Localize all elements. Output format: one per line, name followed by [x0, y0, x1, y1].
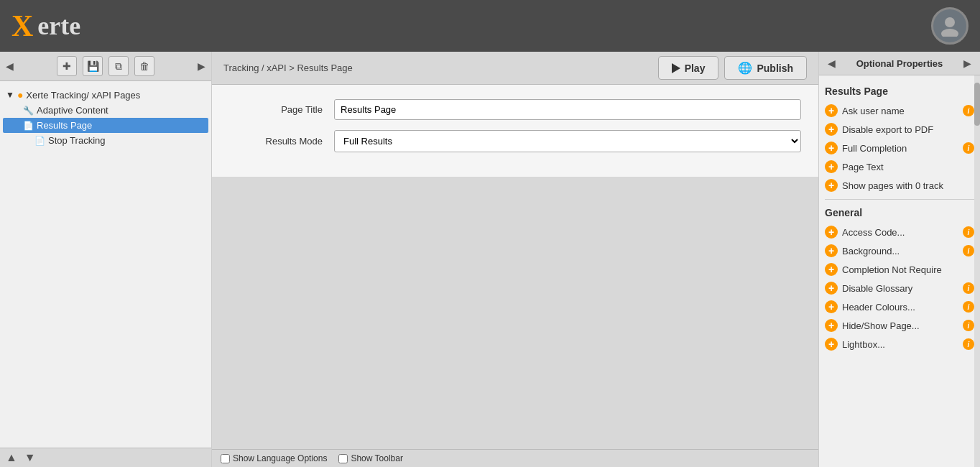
right-item-disable-export[interactable]: + Disable export to PDF [825, 123, 974, 136]
disable-glossary-info-icon[interactable]: i [963, 282, 974, 294]
center-form: Page Title Results Mode Full Results Sum… [212, 85, 818, 177]
page-title-input[interactable] [334, 99, 801, 120]
page-text-label: Page Text [842, 162, 974, 172]
tree-item-adaptive-content[interactable]: 🔧 Adaptive Content [3, 103, 208, 118]
show-toolbar-label[interactable]: Show Toolbar [338, 453, 403, 463]
tree-item-stop-tracking[interactable]: 📄 Stop Tracking [3, 133, 208, 148]
add-header-colours-icon[interactable]: + [825, 300, 838, 313]
right-item-ask-user-name[interactable]: + Ask user name i [825, 104, 974, 117]
background-info-icon[interactable]: i [963, 245, 974, 256]
left-bottom-bar: ▲ ▼ [0, 448, 211, 467]
center-content-area [212, 177, 818, 449]
scrollbar-track [974, 75, 980, 467]
right-item-full-completion[interactable]: + Full Completion i [825, 142, 974, 154]
logo-text: erte [37, 11, 80, 41]
user-avatar[interactable] [931, 7, 969, 45]
right-toolbar: ◀ Optional Properties ▶ [819, 52, 980, 75]
tree-root[interactable]: ▼ ● Xerte Tracking/ xAPI Pages [3, 87, 208, 103]
full-completion-label: Full Completion [842, 143, 958, 154]
publish-button[interactable]: 🌐 Publish [724, 56, 807, 80]
add-hide-show-page-icon[interactable]: + [825, 319, 838, 332]
right-panel: ◀ Optional Properties ▶ Results Page + A… [818, 52, 980, 467]
page-title-label: Page Title [229, 104, 323, 115]
right-section-results-page-title: Results Page [825, 85, 974, 97]
results-mode-row: Results Mode Full Results Summary Only P… [229, 130, 801, 152]
show-language-options-label[interactable]: Show Language Options [221, 453, 327, 463]
top-bar: X erte [0, 0, 980, 52]
add-ask-user-name-icon[interactable]: + [825, 104, 838, 117]
lightbox-label: Lightbox... [842, 339, 958, 350]
add-page-text-icon[interactable]: + [825, 160, 838, 173]
adaptive-content-icon: 🔧 [23, 106, 34, 116]
scrollbar-thumb[interactable] [974, 83, 980, 126]
add-full-completion-icon[interactable]: + [825, 142, 838, 154]
play-icon [672, 63, 680, 73]
add-completion-not-require-icon[interactable]: + [825, 263, 838, 276]
copy-button[interactable]: ⧉ [108, 56, 129, 76]
svg-point-0 [945, 17, 955, 27]
access-code-info-icon[interactable]: i [963, 226, 974, 238]
center-panel: Tracking / xAPI > Results Page Play 🌐 Pu… [212, 52, 818, 467]
add-background-icon[interactable]: + [825, 244, 838, 257]
collapse-right-icon[interactable]: ▶ [198, 60, 205, 72]
header-colours-label: Header Colours... [842, 302, 958, 313]
right-item-access-code[interactable]: + Access Code... i [825, 226, 974, 239]
add-disable-glossary-icon[interactable]: + [825, 282, 838, 295]
show-toolbar-checkbox[interactable] [338, 454, 348, 463]
tree-item-stop-label: Stop Tracking [48, 135, 106, 146]
save-button[interactable]: 💾 [83, 56, 103, 76]
publish-label: Publish [757, 63, 793, 74]
full-completion-info-icon[interactable]: i [963, 142, 974, 154]
svg-point-1 [941, 29, 958, 37]
center-bottom-bar: Show Language Options Show Toolbar [212, 449, 818, 467]
show-pages-label: Show pages with 0 track [842, 180, 974, 191]
right-collapse-left-icon[interactable]: ◀ [825, 56, 838, 70]
add-show-pages-icon[interactable]: + [825, 179, 838, 192]
page-title-row: Page Title [229, 99, 801, 120]
logo-x-letter: X [11, 11, 33, 41]
add-disable-export-icon[interactable]: + [825, 123, 838, 136]
nav-down-button[interactable]: ▼ [24, 451, 36, 464]
access-code-label: Access Code... [842, 227, 958, 238]
add-lightbox-icon[interactable]: + [825, 338, 838, 351]
stop-tracking-icon: 📄 [34, 136, 45, 146]
results-page-icon: 📄 [23, 121, 34, 131]
center-toolbar: Tracking / xAPI > Results Page Play 🌐 Pu… [212, 52, 818, 85]
results-mode-label: Results Mode [229, 136, 323, 147]
add-access-code-icon[interactable]: + [825, 226, 838, 239]
completion-not-require-label: Completion Not Require [842, 264, 974, 275]
ask-user-name-label: Ask user name [842, 106, 958, 116]
lightbox-info-icon[interactable]: i [963, 338, 974, 350]
right-item-show-pages[interactable]: + Show pages with 0 track [825, 179, 974, 192]
delete-button[interactable]: 🗑 [134, 56, 154, 76]
tree-root-label: Xerte Tracking/ xAPI Pages [26, 90, 140, 101]
right-divider [825, 199, 974, 200]
tree-root-icon: ● [17, 89, 23, 101]
show-toolbar-text: Show Toolbar [351, 453, 403, 463]
right-item-page-text[interactable]: + Page Text [825, 160, 974, 173]
hide-show-page-info-icon[interactable]: i [963, 320, 974, 331]
right-collapse-right-icon[interactable]: ▶ [961, 56, 974, 70]
collapse-left-icon[interactable]: ◀ [6, 60, 14, 72]
left-toolbar: ◀ ✚ 💾 ⧉ 🗑 ▶ [0, 52, 211, 81]
ask-user-name-info-icon[interactable]: i [963, 105, 974, 116]
tree-item-adaptive-label: Adaptive Content [37, 105, 108, 116]
nav-up-button[interactable]: ▲ [6, 451, 17, 464]
right-item-hide-show-page[interactable]: + Hide/Show Page... i [825, 319, 974, 332]
header-colours-info-icon[interactable]: i [963, 301, 974, 313]
show-language-checkbox[interactable] [221, 454, 230, 463]
center-actions: Play 🌐 Publish [658, 56, 807, 80]
tree-item-results-page[interactable]: 📄 Results Page [3, 118, 208, 133]
right-item-disable-glossary[interactable]: + Disable Glossary i [825, 282, 974, 295]
right-item-header-colours[interactable]: + Header Colours... i [825, 300, 974, 313]
add-button[interactable]: ✚ [57, 56, 77, 76]
left-panel: ◀ ✚ 💾 ⧉ 🗑 ▶ ▼ ● Xerte Tracking/ xAPI Pag… [0, 52, 212, 467]
right-item-completion-not-require[interactable]: + Completion Not Require [825, 263, 974, 276]
right-section-general-title: General [825, 207, 974, 218]
right-item-lightbox[interactable]: + Lightbox... i [825, 338, 974, 351]
tree-item-results-label: Results Page [37, 120, 92, 131]
right-item-background[interactable]: + Background... i [825, 244, 974, 257]
right-content: Results Page + Ask user name i + Disable… [819, 75, 980, 364]
results-mode-select[interactable]: Full Results Summary Only Pass/Fail Only [334, 130, 801, 152]
play-button[interactable]: Play [658, 56, 719, 80]
